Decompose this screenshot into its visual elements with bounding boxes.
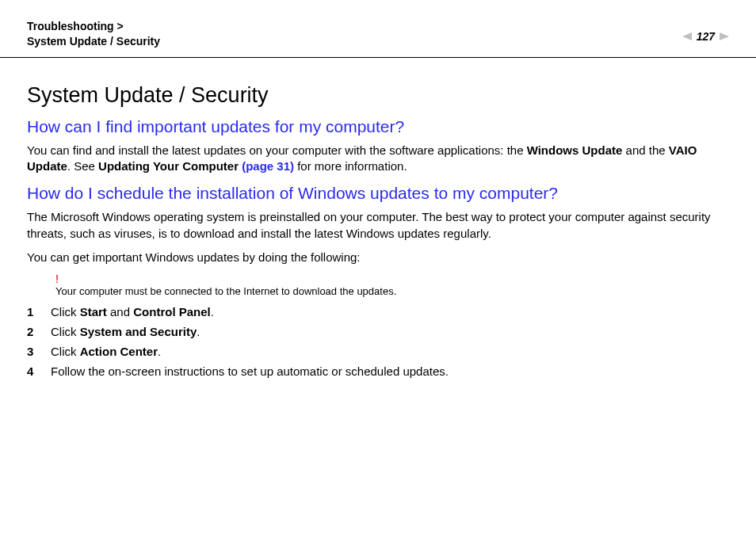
step-number: 1 <box>27 305 51 318</box>
page-header: Troubleshooting > System Update / Securi… <box>0 0 756 58</box>
step-pre: Click <box>51 305 80 318</box>
breadcrumb: Troubleshooting > System Update / Securi… <box>27 19 160 49</box>
warning-icon: ! <box>55 273 729 285</box>
page-number-nav: 127 <box>682 19 729 43</box>
step-item: 4 Follow the on-screen instructions to s… <box>27 364 729 378</box>
question-1-paragraph: You can find and install the latest upda… <box>27 143 729 175</box>
step-post: . <box>211 305 214 318</box>
question-1-heading: How can I find important updates for my … <box>27 117 729 136</box>
step-pre: Click <box>51 325 80 338</box>
next-page-arrow-icon[interactable] <box>720 32 729 40</box>
step-bold-1: System and Security <box>80 325 197 338</box>
q1-bold-updating: Updating Your Computer <box>98 159 242 173</box>
q1-text-post: for more information. <box>294 159 407 173</box>
step-pre: Follow the on-screen instructions to set… <box>51 364 449 378</box>
page: Troubleshooting > System Update / Securi… <box>0 0 756 534</box>
breadcrumb-line1: Troubleshooting > <box>27 20 124 32</box>
page-title: System Update / Security <box>27 83 729 108</box>
step-text: Click System and Security. <box>51 325 729 338</box>
step-post: . <box>197 325 200 338</box>
svg-marker-1 <box>720 32 729 40</box>
step-post: . <box>158 345 161 358</box>
step-item: 1 Click Start and Control Panel. <box>27 305 729 318</box>
step-number: 3 <box>27 345 51 358</box>
steps-list: 1 Click Start and Control Panel. 2 Click… <box>27 305 729 378</box>
step-item: 2 Click System and Security. <box>27 325 729 338</box>
step-pre: Click <box>51 345 80 358</box>
question-2-paragraph-1: The Microsoft Windows operating system i… <box>27 209 729 242</box>
step-text: Click Start and Control Panel. <box>51 305 729 318</box>
step-text: Follow the on-screen instructions to set… <box>51 364 729 378</box>
step-number: 2 <box>27 325 51 338</box>
step-bold-1: Action Center <box>80 345 158 358</box>
step-text: Click Action Center. <box>51 345 729 358</box>
question-2-paragraph-2: You can get important Windows updates by… <box>27 250 729 265</box>
q1-text-mid2: . See <box>67 159 98 173</box>
step-number: 4 <box>27 364 51 378</box>
breadcrumb-line2: System Update / Security <box>27 35 160 48</box>
page-number: 127 <box>697 30 715 43</box>
step-bold-1: Start <box>80 305 107 318</box>
question-2-heading: How do I schedule the installation of Wi… <box>27 184 729 203</box>
warning-note: ! Your computer must be connected to the… <box>55 273 729 297</box>
warning-text: Your computer must be connected to the I… <box>55 285 729 297</box>
prev-page-arrow-icon[interactable] <box>682 32 692 40</box>
q1-text-mid1: and the <box>622 143 668 157</box>
page-content: System Update / Security How can I find … <box>0 58 756 379</box>
step-mid: and <box>107 305 133 318</box>
q1-bold-windows-update: Windows Update <box>527 143 623 157</box>
q1-text-pre: You can find and install the latest upda… <box>27 143 527 157</box>
step-item: 3 Click Action Center. <box>27 345 729 358</box>
svg-marker-0 <box>682 32 692 40</box>
q1-page-link[interactable]: (page 31) <box>242 159 294 173</box>
step-bold-2: Control Panel <box>133 305 211 318</box>
